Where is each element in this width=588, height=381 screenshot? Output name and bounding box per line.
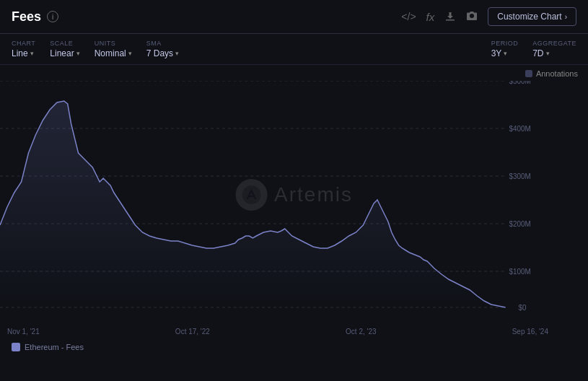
svg-text:$500M: $500M [509, 81, 531, 85]
scale-select[interactable]: Linear ▾ [50, 48, 79, 58]
fx-icon[interactable]: fx [426, 11, 435, 23]
period-arrow: ▾ [504, 50, 507, 57]
chevron-right-icon: › [565, 13, 567, 21]
x-axis: Nov 1, '21 Oct 17, '22 Oct 2, '23 Sep 16… [0, 325, 588, 338]
annotations-toggle[interactable]: Annotations [525, 69, 578, 78]
svg-text:$400M: $400M [509, 125, 531, 133]
sma-label: SMA [146, 40, 179, 47]
chart-svg: .grid-line { stroke: #2a2d3a; stroke-wid… [0, 81, 541, 319]
customize-chart-button[interactable]: Customize Chart › [488, 7, 576, 26]
code-icon[interactable]: </> [401, 11, 416, 22]
chart-type-label: CHART [12, 40, 35, 47]
header-left: Fees i [12, 9, 58, 25]
x-label-1: Nov 1, '21 [7, 328, 40, 336]
x-label-4: Sep 16, '24 [512, 328, 548, 336]
period-select[interactable]: 3Y ▾ [491, 48, 519, 58]
units-label: UNITS [95, 40, 132, 47]
units-arrow: ▾ [128, 50, 132, 57]
x-label-3: Oct 2, '23 [346, 328, 377, 336]
aggregate-group: AGGREGATE 7D ▾ [532, 40, 576, 58]
svg-text:$200M: $200M [509, 220, 531, 228]
aggregate-label: AGGREGATE [532, 40, 576, 47]
chart-toolbar: CHART Line ▾ SCALE Linear ▾ UNITS Nomina… [0, 34, 588, 65]
svg-text:$100M: $100M [509, 268, 531, 276]
period-group: PERIOD 3Y ▾ [491, 40, 519, 58]
sma-arrow: ▾ [175, 50, 179, 57]
chart-type-arrow: ▾ [30, 50, 34, 57]
annotations-label: Annotations [536, 69, 578, 78]
units-select[interactable]: Nominal ▾ [95, 48, 132, 58]
scale-arrow: ▾ [76, 50, 80, 57]
annotations-checkbox[interactable] [525, 70, 532, 77]
camera-icon[interactable] [466, 10, 478, 24]
svg-text:$300M: $300M [509, 172, 531, 180]
period-label: PERIOD [491, 40, 519, 47]
aggregate-select[interactable]: 7D ▾ [532, 48, 576, 58]
period-aggregate-group: PERIOD 3Y ▾ AGGREGATE 7D ▾ [491, 40, 576, 58]
svg-text:$0: $0 [518, 304, 526, 312]
chart-type-select[interactable]: Line ▾ [12, 48, 35, 58]
svg-rect-0 [446, 19, 455, 21]
header-right: </> fx Customize Chart › [401, 7, 576, 26]
chart-header: Fees i </> fx Customize Chart › [0, 0, 588, 34]
info-icon[interactable]: i [47, 11, 58, 22]
scale-label: SCALE [50, 40, 79, 47]
sma-select[interactable]: 7 Days ▾ [146, 48, 179, 58]
download-icon[interactable] [444, 10, 456, 24]
chart-area: Annotations .grid-line { stroke: #2a2d3a… [0, 65, 588, 325]
chart-type-group: CHART Line ▾ [12, 40, 35, 58]
scale-group: SCALE Linear ▾ [50, 40, 79, 58]
legend-label: Ethereum - Fees [25, 343, 84, 351]
sma-group: SMA 7 Days ▾ [146, 40, 179, 58]
legend-color [12, 343, 20, 351]
aggregate-arrow: ▾ [546, 50, 550, 57]
x-label-2: Oct 17, '22 [175, 328, 210, 336]
units-group: UNITS Nominal ▾ [95, 40, 132, 58]
chart-footer: Ethereum - Fees [0, 338, 588, 356]
chart-title: Fees [12, 9, 41, 25]
